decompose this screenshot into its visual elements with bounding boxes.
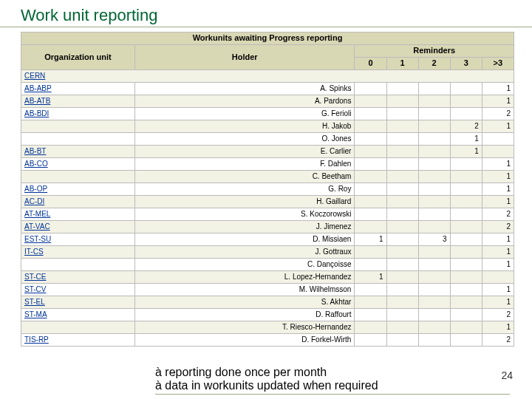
reminder-cell bbox=[418, 208, 450, 221]
reminder-cell bbox=[355, 284, 386, 296]
holder-cell: O. Jones bbox=[134, 133, 355, 146]
reminder-cell bbox=[450, 183, 482, 196]
table-row: AC-DIH. Gaillard1 bbox=[21, 196, 514, 208]
reminder-cell: 1 bbox=[355, 233, 386, 246]
table-row: IT-CSJ. Gottraux1 bbox=[21, 246, 514, 259]
reminder-cell bbox=[450, 259, 482, 271]
col-holder: Holder bbox=[134, 45, 355, 70]
reminder-cell bbox=[386, 208, 418, 221]
table-row: TIS-RPD. Forkel-Wirth2 bbox=[21, 334, 514, 347]
report-table-wrap: Workunits awaiting Progress reporting Or… bbox=[21, 32, 514, 347]
table-row: ST-MAD. Raffourt2 bbox=[21, 309, 514, 321]
holder-cell: C. Beetham bbox=[134, 171, 355, 183]
table-row: AB-OPG. Roy1 bbox=[21, 183, 514, 196]
org-link[interactable]: ST-CE bbox=[24, 273, 46, 281]
org-link[interactable]: IT-CS bbox=[24, 248, 44, 256]
reminder-cell bbox=[355, 208, 386, 221]
reminder-cell bbox=[386, 334, 418, 347]
reminder-cell: 1 bbox=[482, 120, 514, 133]
cern-link[interactable]: CERN bbox=[24, 72, 45, 80]
reminder-cell bbox=[355, 221, 386, 233]
reminder-cell bbox=[418, 171, 450, 183]
org-link[interactable]: AB-BDI bbox=[24, 109, 49, 117]
holder-cell: J. Gottraux bbox=[134, 246, 355, 259]
org-cell: AB-BDI bbox=[21, 108, 135, 120]
holder-cell: C. Dançoisse bbox=[134, 259, 355, 271]
reminder-cell bbox=[418, 271, 450, 284]
org-cell: EST-SU bbox=[21, 233, 135, 246]
reminder-cell bbox=[355, 158, 386, 171]
org-link[interactable]: AB-ATB bbox=[24, 97, 50, 105]
org-cell: ST-CE bbox=[21, 271, 135, 284]
reminder-cell bbox=[450, 321, 482, 334]
reminder-cell bbox=[355, 120, 386, 133]
reminder-cell bbox=[418, 120, 450, 133]
reminder-cell bbox=[418, 221, 450, 233]
reminder-cell bbox=[418, 259, 450, 271]
reminder-cell bbox=[386, 221, 418, 233]
reminder-cell: 2 bbox=[482, 334, 514, 347]
reminder-cell: 1 bbox=[482, 284, 514, 296]
reminder-cell bbox=[450, 83, 482, 95]
org-link[interactable]: AB-BT bbox=[24, 147, 46, 155]
org-cell bbox=[21, 321, 135, 334]
org-link[interactable]: AB-OP bbox=[24, 185, 47, 193]
reminder-cell bbox=[450, 233, 482, 246]
reminder-cell bbox=[355, 246, 386, 259]
table-row: AB-COF. Dahlen1 bbox=[21, 158, 514, 171]
reminder-cell bbox=[355, 296, 386, 309]
org-link[interactable]: AT-MEL bbox=[24, 210, 50, 218]
table-row: T. Riesco-Hernandez1 bbox=[21, 321, 514, 334]
org-link[interactable]: ST-CV bbox=[24, 285, 46, 293]
reminder-cell: 2 bbox=[482, 309, 514, 321]
reminder-cell bbox=[450, 208, 482, 221]
reminder-cell bbox=[418, 296, 450, 309]
holder-cell: M. Wilhelmsson bbox=[134, 284, 355, 296]
org-cell: AB-ATB bbox=[21, 95, 135, 108]
reminder-cell bbox=[418, 284, 450, 296]
reminder-cell bbox=[418, 133, 450, 146]
reminder-cell bbox=[418, 158, 450, 171]
org-link[interactable]: TIS-RP bbox=[24, 335, 49, 344]
reminder-cell: 1 bbox=[482, 246, 514, 259]
table-row: ST-CEL. Lopez-Hernandez1 bbox=[21, 271, 514, 284]
holder-cell: G. Roy bbox=[134, 183, 355, 196]
page-title: Work unit reporting bbox=[0, 0, 532, 27]
reminder-cell bbox=[355, 334, 386, 347]
col-rem-gt3: >3 bbox=[482, 58, 514, 70]
reminder-cell bbox=[450, 309, 482, 321]
reminder-cell bbox=[386, 83, 418, 95]
org-cell bbox=[21, 120, 135, 133]
table-row: AB-BDIG. Ferioli2 bbox=[21, 108, 514, 120]
reminder-cell bbox=[386, 146, 418, 158]
holder-cell: D. Forkel-Wirth bbox=[134, 334, 355, 347]
org-cell: ST-MA bbox=[21, 309, 135, 321]
col-org: Organization unit bbox=[21, 45, 135, 70]
reminder-cell bbox=[450, 296, 482, 309]
org-link[interactable]: AB-CO bbox=[24, 160, 48, 168]
reminder-cell bbox=[450, 246, 482, 259]
reminder-cell bbox=[450, 284, 482, 296]
org-link[interactable]: ST-EL bbox=[24, 298, 45, 306]
reminder-cell bbox=[418, 246, 450, 259]
table-row: O. Jones1 bbox=[21, 133, 514, 146]
reminder-cell bbox=[386, 171, 418, 183]
org-cell: AC-DI bbox=[21, 196, 135, 208]
org-link[interactable]: AB-ABP bbox=[24, 84, 52, 92]
reminder-cell bbox=[386, 246, 418, 259]
reminder-cell bbox=[418, 321, 450, 334]
org-cell: AB-CO bbox=[21, 158, 135, 171]
org-link[interactable]: ST-MA bbox=[24, 310, 47, 318]
reminder-cell bbox=[355, 133, 386, 146]
reminder-cell bbox=[418, 334, 450, 347]
holder-cell: E. Carlier bbox=[134, 146, 355, 158]
reminder-cell bbox=[386, 309, 418, 321]
org-cell: AB-BT bbox=[21, 146, 135, 158]
reminder-cell bbox=[450, 271, 482, 284]
reminder-cell: 1 bbox=[482, 233, 514, 246]
org-link[interactable]: EST-SU bbox=[24, 235, 51, 243]
holder-cell: S. Akhtar bbox=[134, 296, 355, 309]
org-link[interactable]: AT-VAC bbox=[24, 222, 50, 231]
reminder-cell bbox=[355, 183, 386, 196]
org-link[interactable]: AC-DI bbox=[24, 197, 44, 205]
